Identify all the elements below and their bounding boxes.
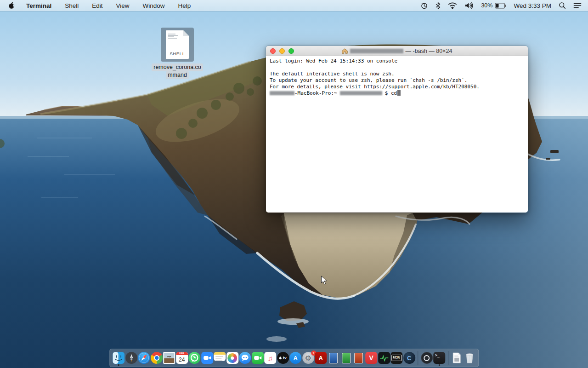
dock-item-safari[interactable] <box>138 352 150 364</box>
terminal-line <box>270 64 524 71</box>
wifi-icon[interactable] <box>448 2 457 9</box>
close-button[interactable] <box>270 48 276 54</box>
dock-item-music[interactable]: ♫ <box>264 352 276 364</box>
dock-item-finder[interactable] <box>113 352 124 364</box>
dock-item-system-preferences[interactable]: ⚙ 1 <box>302 352 314 364</box>
terminal-title-bar[interactable]: — -bash — 80×24 <box>266 46 528 56</box>
dock-item-cinema4d[interactable]: C <box>403 352 415 364</box>
messages-icon <box>239 352 251 364</box>
dock-item-notes[interactable] <box>214 352 226 364</box>
dock-item-libreoffice-calc[interactable] <box>340 352 352 364</box>
terminal-line: For more details, please visit https://s… <box>270 84 524 90</box>
redacted-hostname <box>270 91 294 95</box>
libreoffice-impress-icon <box>353 352 365 364</box>
battery-status[interactable]: 30% <box>481 2 506 9</box>
dock-item-zoom[interactable] <box>201 352 213 364</box>
terminal-window[interactable]: — -bash — 80×24 Last login: Wed Feb 24 1… <box>266 46 528 213</box>
terminal-line: The default interactive shell is now zsh… <box>270 71 524 77</box>
page-fold <box>183 30 189 36</box>
terminal-content[interactable]: Last login: Wed Feb 24 15:14:33 on conso… <box>266 56 528 213</box>
dock-item-documents[interactable] <box>451 352 463 364</box>
dock-item-obs[interactable] <box>421 352 433 364</box>
dock-item-activity-monitor[interactable] <box>378 352 390 364</box>
dock-item-libreoffice-impress[interactable] <box>353 352 365 364</box>
calendar-day: 24 <box>176 355 188 364</box>
dock-item-messages[interactable] <box>239 352 251 364</box>
dock-item-app-store[interactable]: A <box>289 352 301 364</box>
photos-icon <box>226 352 238 364</box>
dock-item-acrobat[interactable]: A <box>315 352 327 364</box>
dock: FEB 24 <box>109 349 479 367</box>
menu-bar-clock[interactable]: Wed 3:33 PM <box>514 2 551 9</box>
document-stack-icon <box>451 352 463 364</box>
apple-menu-icon[interactable] <box>8 2 15 9</box>
time-machine-icon[interactable] <box>420 2 428 10</box>
menu-help[interactable]: Help <box>178 2 191 9</box>
music-icon: ♫ <box>264 352 276 364</box>
bluetooth-icon[interactable] <box>435 2 441 10</box>
dock-item-chrome[interactable] <box>151 352 163 364</box>
desktop-file-name: remove_corona.co mmand <box>150 63 205 79</box>
home-folder-icon <box>342 48 348 54</box>
dock-separator <box>418 351 418 365</box>
dock-item-calendar[interactable]: FEB 24 <box>176 352 188 364</box>
waveform-monitor-icon <box>378 352 390 364</box>
active-app-name[interactable]: Terminal <box>26 2 51 9</box>
dock-item-trash[interactable] <box>464 352 475 364</box>
facetime-icon <box>252 352 264 364</box>
dock-item-launchpad[interactable] <box>125 352 137 364</box>
volume-icon[interactable] <box>464 2 474 9</box>
battery-percent: 30% <box>481 2 492 9</box>
libreoffice-writer-icon <box>328 352 339 364</box>
minimize-button[interactable] <box>279 48 285 54</box>
dock-item-whatsapp[interactable] <box>188 352 200 364</box>
prompt-command: $ cd <box>385 90 397 96</box>
zoom-button[interactable] <box>288 48 294 54</box>
dock-item-libreoffice-writer[interactable] <box>328 352 339 364</box>
obs-icon <box>421 352 433 364</box>
icon-selection-highlight: SHELL <box>161 28 194 62</box>
menu-edit[interactable]: Edit <box>92 2 102 9</box>
vivaldi-icon: V <box>365 352 377 364</box>
photo-file-icon <box>163 352 175 364</box>
notification-center-icon[interactable] <box>573 2 582 9</box>
epic-games-icon: EPIC GAMES <box>390 352 402 364</box>
dock-item-epic-games[interactable]: EPIC GAMES <box>390 352 402 364</box>
mouse-cursor <box>321 276 328 285</box>
menu-window[interactable]: Window <box>143 2 165 9</box>
dock-item-apple-tv[interactable]: tv <box>277 352 289 364</box>
menu-shell[interactable]: Shell <box>65 2 79 9</box>
system-preferences-icon: ⚙ 1 <box>302 352 314 364</box>
redacted-username <box>350 49 403 53</box>
terminal-line: Last login: Wed Feb 24 15:14:33 on conso… <box>270 58 524 64</box>
macos-desktop: { "menu_bar": { "app_name": "Terminal", … <box>0 0 588 368</box>
zoom-icon <box>201 352 213 364</box>
dock-item-terminal[interactable]: >_ <box>433 352 445 364</box>
menu-view[interactable]: View <box>116 2 130 9</box>
menu-bar-left: Terminal Shell Edit View Window Help <box>0 2 204 9</box>
cinema4d-icon: C <box>403 352 415 364</box>
dock-item-photos[interactable] <box>226 352 238 364</box>
trash-icon <box>464 352 475 364</box>
spotlight-icon[interactable] <box>559 2 566 9</box>
dock-separator <box>448 351 448 365</box>
calendar-month: FEB <box>176 352 188 355</box>
dock-item-photo[interactable] <box>163 352 175 364</box>
dock-item-vivaldi[interactable]: V <box>365 352 377 364</box>
launchpad-icon <box>125 352 137 364</box>
menu-bar-status: 30% Wed 3:33 PM <box>420 2 588 10</box>
dock-item-facetime[interactable] <box>252 352 264 364</box>
gear-glyph: ⚙ <box>305 354 311 362</box>
window-controls <box>270 48 294 54</box>
shell-script-file-icon: SHELL <box>166 30 189 59</box>
terminal-cursor <box>397 90 401 96</box>
finder-icon <box>113 352 124 364</box>
window-title: — -bash — 80×24 <box>342 48 452 54</box>
desktop-file-remove-corona[interactable]: SHELL remove_corona.co mmand <box>150 28 205 79</box>
libreoffice-calc-icon <box>340 352 352 364</box>
terminal-line: To update your account to use zsh, pleas… <box>270 77 524 84</box>
acrobat-icon: A <box>315 352 327 364</box>
file-type-label: SHELL <box>166 51 189 56</box>
prompt-host: -MacBook-Pro:~ <box>294 90 337 96</box>
notes-icon <box>214 352 226 361</box>
